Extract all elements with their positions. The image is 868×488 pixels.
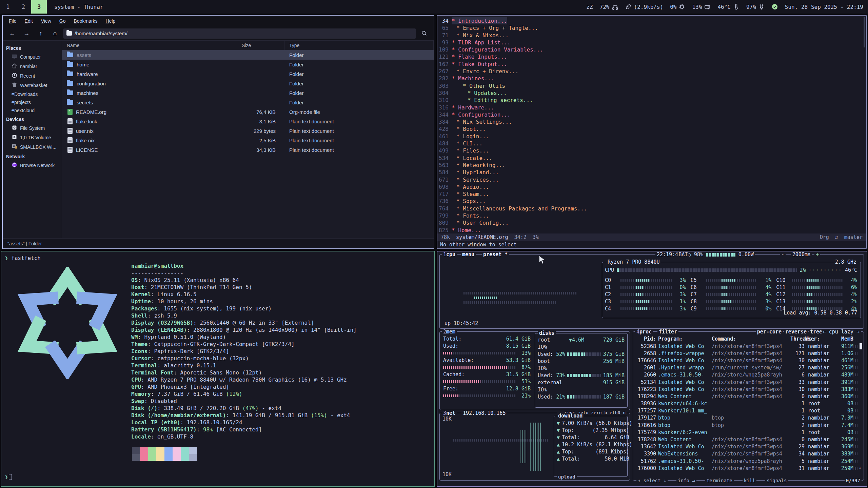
org-heading-line: 534* Locale...	[437, 155, 866, 162]
interval-minus[interactable]: -	[780, 251, 786, 258]
workspace-button-1[interactable]: 1	[0, 0, 16, 14]
table-row[interactable]: README.org76,4 KiBOrg-mode file	[62, 107, 434, 117]
sidebar-item-file-system[interactable]: File System	[3, 123, 62, 133]
menu-edit[interactable]: Edit	[21, 17, 36, 25]
table-row[interactable]: user.nix229 bytesPlain text document	[62, 126, 434, 136]
interval-plus[interactable]: +	[814, 251, 820, 258]
disk-used-row: Used: 21%187 GiB	[538, 393, 625, 400]
proc-row[interactable]: 177257kworker/10:1-mm_1root0B0.0	[636, 407, 857, 414]
proc-header-cell[interactable]: Pid:	[636, 336, 658, 342]
org-file-icon	[67, 109, 73, 115]
column-header-size[interactable]: Size	[237, 41, 284, 50]
org-heading: * Configuration Variables...	[452, 46, 543, 53]
sidebar-item-nextcloud[interactable]: nextcloud	[3, 106, 62, 115]
cpu-lazy-selector[interactable]: ← cpu lazy →	[822, 329, 861, 335]
menu-go[interactable]: Go	[56, 17, 69, 25]
proc-header-cell[interactable]: Command:	[712, 336, 790, 342]
workspace-button-2[interactable]: 2	[16, 0, 31, 14]
proc-row[interactable]: 175749kworker/6:2-even1root0B0.0	[636, 429, 857, 436]
proc-row[interactable]: 178294Web Content/nix/store/sm8fmrf3wps4…	[636, 393, 857, 400]
proc-row[interactable]: 179127btopbtop2nambiar7.3M0.0	[636, 414, 857, 422]
sidebar-item-recent[interactable]: Recent	[3, 71, 62, 81]
percore-button[interactable]: per-core	[756, 329, 783, 335]
table-row[interactable]: homeFolder	[62, 60, 434, 69]
proc-row[interactable]: 178616btopbtop2nambiar7.4M0.0	[636, 422, 857, 429]
proc-row[interactable]: 176646Isolated Web Co/nix/store/sm8fmrf3…	[636, 357, 857, 364]
sidebar-item-nambiar[interactable]: nambiar	[3, 62, 62, 71]
proc-footer-signals[interactable]: signals	[765, 478, 788, 483]
proc-row[interactable]: 176223Isolated Web Co/nix/store/sm8fmrf3…	[636, 386, 857, 393]
menu-file[interactable]: File	[5, 17, 20, 25]
emacs-scrollbar[interactable]	[864, 17, 865, 47]
proc-scroll-down-icon[interactable]: ↓	[859, 465, 862, 471]
core-row: C104%	[776, 277, 857, 284]
menu-bookmarks[interactable]: Bookmarks	[71, 17, 101, 25]
sidebar-item-computer[interactable]: Computer	[3, 52, 62, 62]
emacs-buffer[interactable]: 34* Introduction...65* Emacs + Org + Tan…	[437, 16, 866, 235]
table-row[interactable]: assetsFolder	[62, 50, 434, 60]
up-button[interactable]: ↑	[35, 28, 47, 39]
proc-row[interactable]: 2660.emacs-31.0.50-/nix/store/wnqz5pa8ra…	[636, 371, 857, 379]
table-row[interactable]: flake.lock3,1 KiBPlain text document	[62, 117, 434, 126]
menu-help[interactable]: Help	[102, 17, 119, 25]
preset-button[interactable]: preset *	[482, 251, 509, 258]
proc-row[interactable]: 38936kworker/u64:6-kc1root0B0.0	[636, 400, 857, 407]
proc-row[interactable]: 13642Isolated Web Co/nix/store/sm8fmrf3w…	[636, 443, 857, 450]
color-swatch	[189, 447, 197, 454]
table-row[interactable]: secretsFolder	[62, 98, 434, 107]
file-list: assetsFolderhomeFolderhardwareFolderconf…	[62, 50, 434, 238]
search-button[interactable]	[418, 28, 430, 39]
proc-footer-terminate[interactable]: terminate	[705, 478, 734, 483]
back-button[interactable]: ←	[6, 28, 18, 39]
sidebar-item-smallbox-wi-[interactable]: SMALLBOX Wi...	[3, 142, 62, 152]
tab-disks[interactable]: disks	[538, 330, 556, 336]
fastfetch-terminal[interactable]: ❯ fastfetch nambiar@smallbox------------…	[1, 251, 435, 487]
forward-button[interactable]: →	[20, 28, 33, 39]
tab-cpu[interactable]: 1cpu	[442, 251, 457, 258]
sidebar-item-browse-network[interactable]: Browse Network	[3, 161, 62, 170]
tab-net[interactable]: 3net	[442, 410, 457, 416]
filter-button[interactable]: filter	[657, 329, 678, 335]
proc-row[interactable]: 52368Isolated Web Co/nix/store/sm8fmrf3w…	[636, 343, 857, 350]
table-row[interactable]: configurationFolder	[62, 79, 434, 88]
menu-view[interactable]: View	[38, 17, 55, 25]
proc-row[interactable]: 52134Isolated Web Co/nix/store/sm8fmrf3w…	[636, 379, 857, 386]
proc-row[interactable]: 178248Web Content/nix/store/sm8fmrf3wps4…	[636, 436, 857, 443]
tab-mem[interactable]: 2mem	[442, 329, 457, 335]
proc-row[interactable]: 3390WebExtensions/nix/store/sm8fmrf3wps4…	[636, 450, 857, 458]
column-header-name[interactable]: Name	[62, 41, 237, 50]
table-row[interactable]: LICENSE34,3 KiBPlain text document	[62, 145, 434, 155]
nixos-logo	[12, 267, 123, 379]
battery-status: BAT○ 98% 0.00W	[677, 251, 755, 258]
proc-row[interactable]: 2658.firefox-wrappe/nix/store/sm8fmrf3wp…	[636, 350, 857, 357]
menu-button[interactable]: menu	[461, 251, 476, 258]
table-row[interactable]: flake.nix2,5 KiBPlain text document	[62, 136, 434, 145]
terminal-cursor	[9, 474, 12, 480]
proc-row[interactable]: 2601.Hyprland-wrapp/run/current-system/s…	[636, 364, 857, 371]
sidebar-item-1-0-tb-volume[interactable]: 1,0 TB Volume	[3, 133, 62, 142]
proc-header-cell[interactable]: Program:	[658, 336, 712, 342]
table-row[interactable]: hardwareFolder	[62, 69, 434, 79]
tab-proc[interactable]: 4proc	[635, 329, 653, 335]
table-row[interactable]: machinesFolder	[62, 88, 434, 98]
workspace-button-3[interactable]: 3	[31, 0, 47, 14]
path-bar[interactable]: /home/nambiar/system/	[63, 28, 416, 39]
proc-header-cell[interactable]: Threads:	[790, 336, 805, 342]
proc-footer-select[interactable]: ↑ select ↓	[636, 478, 668, 483]
sidebar-item-wastebasket[interactable]: Wastebasket	[3, 81, 62, 90]
org-heading-line: 71* Nix & Nixos...	[437, 32, 866, 39]
text-file-icon	[67, 137, 73, 143]
proc-scrollbar[interactable]	[860, 343, 862, 349]
sidebar-item-projects[interactable]: projects	[3, 98, 62, 106]
proc-footer-info[interactable]: info ↵	[676, 478, 696, 483]
core-graph	[792, 279, 843, 282]
column-header-type[interactable]: Type	[284, 41, 434, 50]
reverse-button[interactable]: reverse	[784, 329, 808, 335]
proc-row[interactable]: 51762.emacs-31.0.50-/nix/store/wnqz5pa8r…	[636, 458, 857, 465]
home-button[interactable]: ⌂	[49, 28, 61, 39]
proc-header-cell[interactable]: User:	[805, 336, 834, 342]
proc-row[interactable]: 176000Isolated Web Co/nix/store/sm8fmrf3…	[636, 465, 857, 472]
sidebar-item-downloads[interactable]: Downloads	[3, 90, 62, 98]
proc-footer-kill[interactable]: kill	[743, 478, 757, 483]
proc-header-cell[interactable]: MemB	[834, 336, 853, 342]
